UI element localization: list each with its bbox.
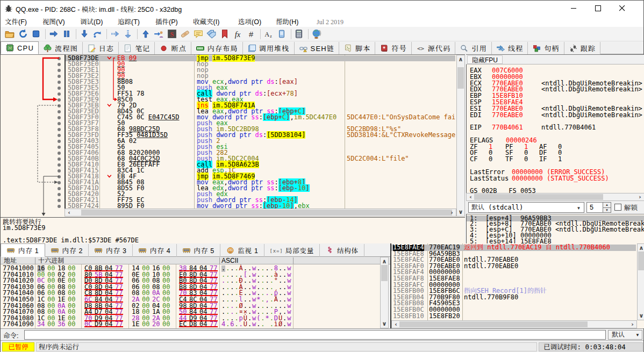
tab-流程图[interactable]: 流程图 (39, 42, 83, 54)
breakpoint-dot[interactable] (58, 199, 61, 202)
maximize-button[interactable] (595, 1, 619, 17)
breakpoint-dot[interactable] (58, 157, 61, 161)
breakpoint-dot[interactable] (58, 98, 61, 102)
pause-button[interactable] (62, 29, 71, 39)
register-row[interactable]: EDI770EABE0<ntdll.DbgUiRemoteBreakin> (467, 112, 644, 118)
breakpoint-dot[interactable] (58, 116, 61, 119)
scrollbar-thumb[interactable] (474, 194, 603, 200)
scroll-left-icon[interactable]: ‹ (66, 209, 73, 216)
stack-row[interactable]: 15E8FB0C00000000 (391, 307, 636, 313)
open-folder-button[interactable] (5, 29, 15, 39)
breakpoint-dot[interactable] (58, 92, 61, 96)
scylla-button[interactable]: S (167, 29, 177, 39)
registers-horizontal-scrollbar[interactable]: ‹ › (466, 193, 644, 201)
stack-row[interactable]: 15E8FB04770B9F80ntdll.770B9F80 (391, 294, 636, 301)
tab-句柄[interactable]: 句柄 (528, 42, 564, 54)
args-count-spinner[interactable]: 5 ▲▼ (586, 202, 611, 213)
patches-button[interactable] (180, 29, 190, 39)
menu-trace[interactable]: 追踪(T) (118, 17, 140, 27)
registers-list[interactable]: EAX007C6000EBX00000000ECX770EABE0<ntdll.… (466, 64, 644, 193)
tab-断点[interactable]: 断点 (155, 42, 191, 54)
tab-跟踪[interactable]: 跟踪 (564, 42, 600, 54)
scroll-down-icon[interactable]: ∨ (381, 320, 388, 327)
menu-view[interactable]: 视图(V) (42, 17, 65, 27)
disasm-horizontal-scrollbar[interactable]: ‹ › (65, 209, 456, 217)
register-row[interactable]: OF0SF0DF0 (467, 149, 644, 156)
dump-tab-内存 5[interactable]: 内存 5 (177, 244, 221, 257)
hash-button[interactable]: # (246, 29, 256, 39)
breakpoint-dot[interactable] (58, 152, 61, 155)
trace-over-button[interactable] (123, 29, 133, 39)
breakpoint-dot[interactable] (58, 140, 61, 143)
menu-file[interactable]: 文件(F) (5, 17, 27, 27)
breakpoint-dot[interactable] (58, 110, 61, 113)
register-row[interactable]: GS 002B FS 0053 (467, 188, 644, 193)
breakpoint-dot[interactable] (58, 193, 61, 196)
stop-button[interactable] (31, 29, 41, 39)
execute-till-return-button[interactable] (141, 29, 151, 39)
dump-tab-监视 1[interactable]: 监视 1 (220, 244, 264, 257)
dump-tab-内存 1[interactable]: 内存 1 (1, 243, 45, 257)
strings-button[interactable]: Az (263, 29, 273, 39)
register-row[interactable]: LastStatus00000000 (STATUS_SUCCESS) (467, 175, 644, 182)
breakpoint-dot[interactable] (58, 128, 61, 131)
tab-调用堆栈[interactable]: 调用堆栈 (243, 42, 295, 54)
register-row[interactable]: EFLAGS00000246 (467, 137, 644, 143)
stack-row[interactable]: 15E8FAE4770EAC19返回到 ntdll.770EAC19 自 ntd… (391, 245, 636, 251)
tab-内存布局[interactable]: 内存布局 (191, 42, 243, 54)
scroll-right-icon[interactable]: › (629, 321, 636, 328)
scrollbar-thumb[interactable] (457, 67, 464, 89)
menu-options[interactable]: 选项(O) (238, 17, 261, 27)
tab-线程[interactable]: 线程 (492, 42, 528, 54)
breakpoint-dot[interactable] (58, 175, 61, 178)
breakpoint-dot[interactable] (58, 69, 61, 72)
calling-convention-select[interactable]: 默认 (stdcall)▼ (468, 202, 584, 213)
stack-row[interactable]: 15E8FB08F45905E3 (391, 300, 636, 307)
scrollbar-thumb[interactable] (638, 252, 644, 270)
menu-favourites[interactable]: 收藏夹(I) (193, 17, 219, 27)
bookmarks-button[interactable] (220, 29, 230, 39)
tab-CPU[interactable]: 32CPU (1, 41, 39, 54)
register-row[interactable]: EBX00000000 (467, 74, 644, 80)
breakpoint-dot[interactable] (58, 187, 61, 190)
menu-help[interactable]: 帮助(H) (276, 17, 298, 27)
breakpoint-dot[interactable] (58, 57, 61, 60)
breakpoint-dot[interactable] (58, 122, 61, 125)
command-profile-select[interactable]: 默认▼ (608, 330, 642, 340)
menu-plugins[interactable]: 插件(P) (155, 17, 178, 27)
scroll-up-icon[interactable]: ∧ (381, 258, 388, 265)
breakpoint-dot[interactable] (58, 181, 61, 184)
scroll-right-icon[interactable]: › (448, 209, 455, 216)
trace-into-button[interactable] (110, 29, 120, 39)
step-into-button[interactable] (80, 29, 89, 39)
breakpoint-dot[interactable] (58, 134, 61, 137)
breakpoint-dot[interactable] (58, 75, 61, 78)
tab-SEH链[interactable]: !SEH链 (295, 42, 340, 54)
register-row[interactable]: ZF1PF1AF0 (467, 143, 644, 150)
scrollbar-thumb[interactable] (81, 210, 452, 215)
breakpoint-gutter[interactable] (1, 55, 65, 217)
dump-table[interactable]: 7704100016001800C08B04771400160038840477… (1, 264, 380, 328)
stack-row[interactable]: 15E8FB1015E8FB20 (391, 313, 636, 320)
disasm-vertical-scrollbar[interactable]: ∧ ∨ (456, 55, 465, 217)
restart-button[interactable] (18, 29, 28, 39)
disassembly-table[interactable]: 5D8F73DEEB 09jmp im.5D8F73E95D8F73E090no… (65, 55, 455, 209)
dump-tab-内存 2[interactable]: 内存 2 (45, 244, 89, 257)
stack-vertical-scrollbar[interactable]: ∧ ∨ (637, 243, 644, 320)
labels-button[interactable] (206, 29, 216, 39)
minimize-button[interactable] (571, 1, 595, 17)
hide-fpu-button[interactable]: 隐藏FPU (467, 55, 503, 64)
stack-row[interactable]: 15E8FAF0770EABE0ntdll.770EABE0 (391, 263, 636, 270)
scroll-down-icon[interactable]: ∨ (457, 209, 464, 215)
register-row[interactable]: EIP770B4061ntdll.770B4061 (467, 124, 644, 131)
breakpoint-dot[interactable] (58, 169, 61, 173)
disasm-row[interactable]: 5D8F7424895D F0mov dword ptr ss:[ebp-10]… (66, 203, 455, 209)
stack-table[interactable]: 15E8FAE4770EAC19返回到 ntdll.770EAC19 自 ntd… (391, 243, 637, 320)
dump-tab-结构体[interactable]: 结构体 (320, 244, 364, 257)
spinner-buttons[interactable]: ▲▼ (603, 203, 611, 212)
breakpoint-dot[interactable] (58, 163, 61, 167)
tab-引用[interactable]: 引用 (455, 42, 491, 54)
dump-vertical-scrollbar[interactable]: ∧ ∨ (380, 257, 389, 328)
scrollbar-thumb[interactable] (399, 321, 588, 327)
dump-tab-内存 3[interactable]: 内存 3 (89, 244, 133, 257)
